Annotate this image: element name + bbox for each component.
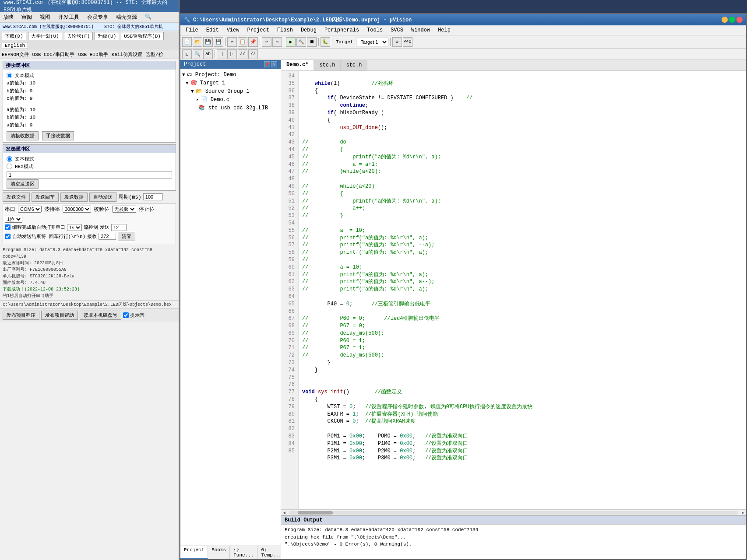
menu-window[interactable]: Window [408, 26, 433, 34]
publish-help-btn[interactable]: 发布项目帮助 [41, 311, 78, 320]
menu-project[interactable]: Project [243, 26, 272, 34]
redo-btn[interactable]: ↪ [272, 37, 282, 47]
copy-btn[interactable]: 📋 [238, 37, 247, 47]
check-select[interactable]: 无校验 [112, 206, 136, 213]
baud-select[interactable]: 3000000 [63, 206, 91, 213]
menu-debug[interactable]: Debug [297, 26, 320, 34]
menu-peripherals[interactable]: Peripherals [321, 26, 363, 34]
send-input[interactable] [7, 172, 172, 178]
p40-btn[interactable]: P40 [403, 37, 412, 47]
horizontal-scrollbar[interactable]: ◀ ▶ [281, 509, 746, 515]
stop-btn[interactable]: ⏹ [307, 37, 317, 47]
receive-count-input[interactable] [99, 233, 116, 240]
tree-target1[interactable]: ▼ 🎯 Target 1 [180, 79, 281, 87]
scroll-thumb[interactable] [298, 511, 333, 514]
clear-receive-btn[interactable]: 清接收数据 [7, 131, 39, 140]
code-content[interactable]: while(1) //死循环 { if( DeviceState != DEVS… [299, 71, 746, 509]
tree-project-root[interactable]: ▼ 🗂 Project: Demo [180, 70, 281, 79]
menu-shenyue[interactable]: 审阅 [20, 13, 33, 21]
paste-btn[interactable]: 📌 [248, 37, 258, 47]
period-input[interactable] [143, 193, 163, 200]
clear-send-btn[interactable]: 清空发送区 [7, 179, 39, 189]
uncomment-btn[interactable]: // [248, 49, 258, 59]
usb-hid-btn[interactable]: USB-HID助手 [78, 51, 108, 58]
send-count-input[interactable] [111, 224, 127, 231]
menu-flash[interactable]: Flash [274, 26, 296, 34]
find-btn[interactable]: 🔍 [193, 49, 202, 59]
menu-svcs[interactable]: SVCS [387, 26, 407, 34]
open-file-btn[interactable]: 📂 [193, 37, 202, 47]
menu-gaoqiao[interactable]: 稿壳资源 [115, 13, 138, 21]
unindent-btn[interactable]: |← [227, 49, 237, 59]
auto-open-checkbox[interactable] [5, 224, 11, 230]
editor-tab-stc-h-2[interactable]: stc.h [341, 60, 367, 70]
tree-stc-lib[interactable]: 📚 stc_usb_cdc_32g.LIB [180, 104, 281, 112]
target-select[interactable]: Target 1 [356, 38, 388, 46]
scroll-left-btn[interactable]: ◀ [281, 510, 287, 515]
cut-btn[interactable]: ✂ [227, 37, 237, 47]
model-select-btn[interactable]: 选型/价 [146, 51, 163, 58]
build-btn[interactable]: ▶ [286, 37, 296, 47]
download-btn[interactable]: 下载(D) [2, 32, 26, 40]
panel-pin-icon[interactable]: 📌 [264, 61, 270, 67]
proj-tab-books[interactable]: Books [208, 546, 230, 559]
minimize-btn[interactable] [722, 17, 728, 23]
usb-cdc-btn[interactable]: USB-CDC/串口助手 [32, 51, 75, 58]
scroll-right-btn[interactable]: ▶ [740, 510, 746, 515]
clear-count-btn[interactable]: 清零 [118, 232, 135, 241]
hand-receive-btn[interactable]: 手接收数据 [42, 131, 74, 140]
auto-send-end-checkbox[interactable] [5, 234, 11, 239]
send-return-btn[interactable]: 发送回车 [32, 192, 59, 202]
tree-source-group1[interactable]: ▼ 📂 Source Group 1 [180, 87, 281, 95]
replace-btn[interactable]: ab [203, 49, 213, 59]
menu-file[interactable]: File [182, 26, 202, 34]
auto-send-btn[interactable]: 自动发送 [89, 192, 116, 202]
comment-btn[interactable]: // [238, 49, 247, 59]
forum-btn[interactable]: 去论坛(F) [64, 32, 93, 40]
undo-btn[interactable]: ↩ [262, 37, 271, 47]
text-mode-radio[interactable] [7, 73, 12, 78]
rebuild-btn[interactable]: 🔨 [296, 37, 306, 47]
scroll-track[interactable] [289, 511, 738, 514]
save-all-btn[interactable]: 💾 [214, 37, 223, 47]
menu-tools[interactable]: Tools [363, 26, 386, 34]
send-text-mode-radio[interactable] [7, 156, 12, 162]
keil-sim-btn[interactable]: Keil仿真设置 [112, 51, 142, 58]
bookmark-btn[interactable]: ⊞ [182, 49, 192, 59]
university-btn[interactable]: 大学计划(U) [28, 32, 62, 40]
options-btn[interactable]: ⚙ [392, 37, 402, 47]
publish-program-btn[interactable]: 发布项目程序 [3, 311, 39, 320]
eeprom-btn[interactable]: EEPROM文件 [2, 51, 29, 58]
proj-tab-funcs[interactable]: {} Func... [230, 546, 257, 559]
menu-edit[interactable]: Edit [203, 26, 222, 34]
menu-view[interactable]: View [223, 26, 243, 34]
sound-checkbox[interactable] [123, 312, 129, 318]
menu-kaifa[interactable]: 开发工具 [57, 13, 81, 21]
usb-driver-btn[interactable]: USB驱动程序(D) [121, 32, 164, 40]
editor-tab-stc-h-1[interactable]: stc.h [314, 60, 341, 70]
menu-huiyuan[interactable]: 会员专享 [86, 13, 109, 21]
debug-btn[interactable]: 🐛 [321, 37, 330, 47]
read-disk-btn[interactable]: 读取本机磁盘号 [80, 311, 121, 320]
english-btn[interactable]: English [2, 42, 28, 49]
indent-btn[interactable]: →| [217, 49, 226, 59]
port-select[interactable]: COM6 [18, 206, 42, 213]
menu-fanying[interactable]: 放映 [2, 13, 15, 21]
code-container[interactable]: 3435363738 3940414243 4445464748 4950515… [281, 71, 746, 509]
menu-help[interactable]: Help [434, 26, 454, 34]
close-btn[interactable] [736, 17, 743, 23]
send-file-btn[interactable]: 发送文件 [3, 192, 30, 202]
panel-close-icon[interactable]: ✕ [271, 61, 277, 67]
proj-tab-project[interactable]: Project [180, 546, 208, 559]
save-btn[interactable]: 💾 [203, 37, 213, 47]
tree-demo-c[interactable]: ▸ 📄 Demo.c [180, 95, 281, 104]
auto-open-delay-select[interactable]: 1s [67, 224, 82, 231]
editor-tab-demo-c[interactable]: Demo.c* [281, 60, 314, 70]
new-file-btn[interactable]: 📄 [182, 37, 192, 47]
send-hex-mode-radio[interactable] [7, 164, 12, 169]
menu-shitu[interactable]: 视图 [39, 13, 52, 21]
search-icon[interactable]: 🔍 [144, 13, 153, 21]
upgrade-btn[interactable]: 升级(U) [95, 32, 119, 40]
maximize-btn[interactable] [729, 17, 735, 23]
stop-select[interactable]: 1位 [5, 216, 22, 223]
